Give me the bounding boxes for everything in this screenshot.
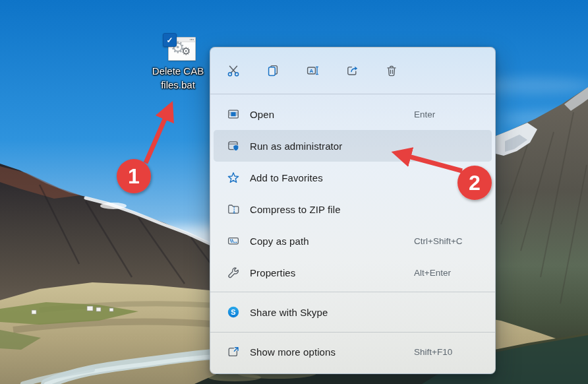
delete-button[interactable] <box>380 59 403 82</box>
admin-shield-icon <box>227 139 240 152</box>
wrench-icon <box>227 266 240 279</box>
svg-text:S: S <box>231 308 235 316</box>
menu-item-properties[interactable]: Properties Alt+Enter <box>214 257 492 288</box>
menu-item-show-more-options[interactable]: Show more options Shift+F10 <box>214 336 492 368</box>
desktop-screen: ⚙ ⚙ ✓ Delete CAB files.bat <box>0 0 588 384</box>
menu-item-label: Show more options <box>250 346 336 358</box>
show-more-icon <box>227 345 240 358</box>
menu-item-shortcut: Alt+Enter <box>414 268 451 278</box>
menu-item-label: Run as administrator <box>250 141 342 152</box>
menu-item-shortcut: Ctrl+Shift+C <box>414 236 463 246</box>
copy-path-icon <box>227 234 240 247</box>
context-menu-items-group-2: S Share with Skype <box>210 292 495 332</box>
context-menu-items-group-1: Open Enter Run as administrator <box>210 94 495 292</box>
menu-item-label: Open <box>250 109 274 120</box>
menu-item-compress-to-zip[interactable]: Compress to ZIP file <box>214 193 492 225</box>
desktop-file-delete-cab-bat[interactable]: ⚙ ⚙ ✓ Delete CAB files.bat <box>141 30 215 92</box>
zip-folder-icon <box>227 203 240 216</box>
svg-text:A: A <box>310 68 314 74</box>
cut-icon <box>227 64 240 77</box>
delete-icon <box>385 64 398 77</box>
window-dots-icon <box>190 39 194 40</box>
copy-icon <box>266 64 279 77</box>
selected-checkbox-icon: ✓ <box>163 33 177 47</box>
skype-icon: S <box>227 305 240 319</box>
context-menu-items-group-3: Show more options Shift+F10 <box>210 333 495 373</box>
menu-item-run-as-administrator[interactable]: Run as administrator <box>214 130 492 162</box>
rename-icon: A <box>306 64 319 77</box>
menu-item-label: Copy as path <box>250 236 309 247</box>
favorites-star-icon <box>227 171 240 184</box>
menu-item-share-with-skype[interactable]: S Share with Skype <box>214 296 492 328</box>
menu-item-copy-as-path[interactable]: Copy as path Ctrl+Shift+C <box>214 225 492 257</box>
file-name-label: Delete CAB files.bat <box>141 64 215 92</box>
rename-button[interactable]: A <box>301 59 324 82</box>
menu-item-add-to-favorites[interactable]: Add to Favorites <box>214 162 492 193</box>
menu-item-label: Share with Skype <box>250 307 328 318</box>
menu-item-shortcut: Shift+F10 <box>414 347 452 357</box>
menu-item-label: Compress to ZIP file <box>250 204 341 215</box>
share-icon <box>345 64 359 77</box>
share-button[interactable] <box>340 59 364 82</box>
open-window-icon <box>227 108 240 121</box>
menu-item-shortcut: Enter <box>414 110 435 119</box>
gear-icon: ⚙ <box>181 46 191 57</box>
batch-file-icon: ⚙ ⚙ ✓ <box>141 30 215 62</box>
context-menu: A <box>210 47 496 374</box>
context-menu-toolbar: A <box>210 48 495 94</box>
menu-item-open[interactable]: Open Enter <box>214 98 492 130</box>
cut-button[interactable] <box>221 59 245 82</box>
menu-item-label: Properties <box>250 267 295 278</box>
menu-item-label: Add to Favorites <box>250 172 323 183</box>
copy-button[interactable] <box>261 59 285 82</box>
